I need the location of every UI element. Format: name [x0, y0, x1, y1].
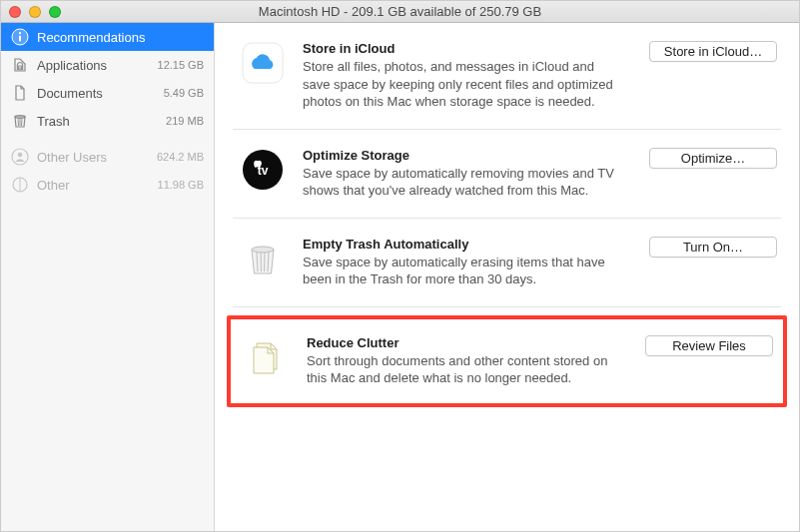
- recommendation-description: Sort through documents and other content…: [307, 352, 619, 387]
- turn-on-button[interactable]: Turn On…: [649, 237, 777, 258]
- sidebar-item-label: Trash: [37, 114, 141, 129]
- titlebar: Macintosh HD - 209.1 GB available of 250…: [1, 1, 799, 23]
- applications-icon: [11, 56, 29, 74]
- recommendation-optimize-storage: tv Optimize Storage Save space by automa…: [233, 130, 781, 219]
- sidebar-item-other[interactable]: Other 11.98 GB: [1, 171, 214, 199]
- apple-tv-icon: tv: [241, 148, 285, 192]
- recommendation-reduce-clutter: Reduce Clutter Sort through documents an…: [237, 329, 777, 393]
- window-title: Macintosh HD - 209.1 GB available of 250…: [1, 4, 799, 19]
- recommendation-description: Save space by automatically removing mov…: [303, 165, 622, 200]
- recommendation-empty-trash: Empty Trash Automatically Save space by …: [233, 219, 781, 307]
- recommendation-title: Store in iCloud: [303, 41, 623, 56]
- highlighted-recommendation: Reduce Clutter Sort through documents an…: [227, 315, 787, 407]
- recommendation-title: Empty Trash Automatically: [303, 237, 623, 252]
- recommendation-title: Reduce Clutter: [307, 335, 619, 350]
- svg-line-21: [265, 253, 266, 271]
- review-files-button[interactable]: Review Files: [645, 335, 773, 356]
- sidebar-item-label: Recommendations: [37, 30, 145, 45]
- svg-line-8: [18, 119, 19, 126]
- sidebar: Recommendations Applications 12.15 GB Do…: [1, 23, 215, 531]
- window-body: Recommendations Applications 12.15 GB Do…: [1, 23, 799, 531]
- sidebar-item-recommendations[interactable]: Recommendations: [1, 23, 214, 51]
- users-icon: [11, 148, 29, 166]
- svg-point-18: [252, 247, 274, 253]
- store-in-icloud-button[interactable]: Store in iCloud…: [649, 41, 777, 62]
- recommendation-title: Optimize Storage: [303, 148, 623, 163]
- optimize-button[interactable]: Optimize…: [649, 148, 777, 169]
- documents-icon: [11, 84, 29, 102]
- main-content: Store in iCloud Store all files, photos,…: [215, 23, 799, 531]
- sidebar-item-label: Other: [37, 178, 141, 193]
- sidebar-item-size: 219 MB: [149, 115, 204, 127]
- svg-rect-3: [19, 36, 21, 42]
- sidebar-item-label: Other Users: [37, 150, 141, 165]
- sidebar-item-other-users[interactable]: Other Users 624.2 MB: [1, 143, 214, 171]
- recommendations-icon: [11, 28, 29, 46]
- other-icon: [11, 176, 29, 194]
- svg-line-10: [22, 119, 23, 126]
- svg-point-12: [18, 153, 23, 158]
- sidebar-item-documents[interactable]: Documents 5.49 GB: [1, 79, 214, 107]
- icloud-icon: [241, 41, 285, 85]
- sidebar-item-label: Documents: [37, 86, 141, 101]
- recommendation-description: Store all files, photos, and messages in…: [303, 58, 622, 111]
- sidebar-item-label: Applications: [37, 58, 141, 73]
- sidebar-item-size: 5.49 GB: [149, 87, 204, 99]
- svg-line-20: [261, 253, 262, 271]
- sidebar-item-size: 11.98 GB: [149, 179, 204, 191]
- trash-icon: [11, 112, 29, 130]
- sidebar-item-size: 624.2 MB: [149, 151, 204, 163]
- trash-bin-icon: [241, 237, 285, 280]
- sidebar-item-size: 12.15 GB: [149, 59, 204, 71]
- sidebar-item-applications[interactable]: Applications 12.15 GB: [1, 51, 214, 79]
- svg-text:tv: tv: [258, 164, 269, 178]
- svg-point-2: [19, 32, 21, 34]
- documents-stack-icon: [245, 335, 289, 379]
- recommendation-store-in-icloud: Store in iCloud Store all files, photos,…: [233, 23, 781, 130]
- sidebar-item-trash[interactable]: Trash 219 MB: [1, 107, 214, 135]
- recommendation-description: Save space by automatically erasing item…: [303, 254, 622, 288]
- storage-management-window: Macintosh HD - 209.1 GB available of 250…: [0, 0, 800, 532]
